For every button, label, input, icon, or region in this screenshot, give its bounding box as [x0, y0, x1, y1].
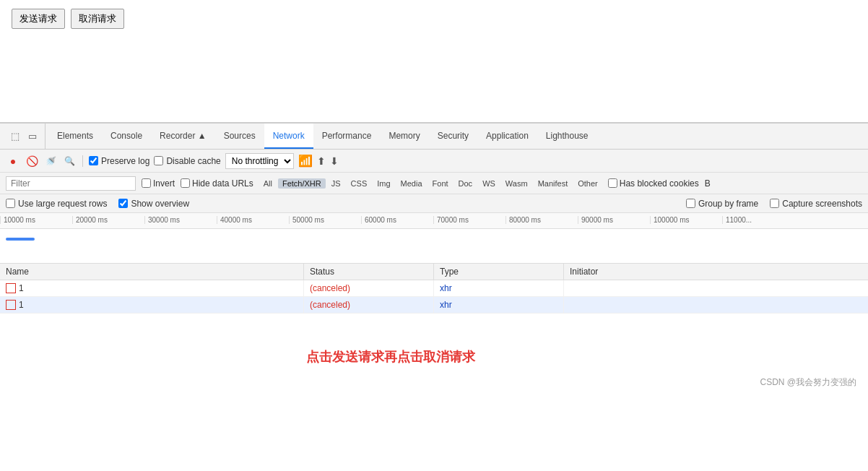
tab-security[interactable]: Security — [429, 124, 477, 149]
row1-status: (canceled) — [304, 280, 434, 296]
upload-icon[interactable]: ⬆ — [317, 155, 326, 167]
row1-name: 1 — [0, 280, 304, 296]
search-button[interactable]: 🔍 — [62, 154, 77, 168]
row2-type: xhr — [434, 297, 564, 313]
header-type[interactable]: Type — [434, 264, 564, 280]
ruler-mark-1: 20000 ms — [72, 216, 144, 224]
filter-other[interactable]: Other — [573, 178, 602, 189]
capture-screenshots-option[interactable]: Capture screenshots — [770, 199, 862, 209]
large-rows-option[interactable]: Use large request rows — [6, 199, 107, 209]
ruler-mark-6: 70000 ms — [433, 216, 505, 224]
row1-type: xhr — [434, 280, 564, 296]
record-button[interactable]: ● — [6, 154, 20, 168]
header-status[interactable]: Status — [304, 264, 434, 280]
tab-recorder[interactable]: Recorder ▲ — [151, 124, 215, 149]
throttle-select[interactable]: No throttling — [225, 153, 294, 169]
options-left: Use large request rows Show overview — [6, 199, 189, 209]
tab-performance[interactable]: Performance — [313, 124, 381, 149]
filter-input[interactable] — [6, 176, 136, 191]
options-right: Group by frame Capture screenshots — [686, 199, 862, 209]
options-row: Use large request rows Show overview Gro… — [0, 194, 868, 213]
page-area: 发送请求 取消请求 — [0, 0, 868, 123]
hide-data-urls-checkbox[interactable]: Hide data URLs — [181, 178, 253, 189]
filter-manifest[interactable]: Manifest — [534, 178, 573, 189]
table-row[interactable]: 1 (canceled) xhr — [0, 280, 868, 297]
disable-cache-checkbox[interactable]: Disable cache — [154, 156, 220, 166]
filter-img[interactable]: Img — [373, 178, 394, 189]
timeline-area: 10000 ms 20000 ms 30000 ms 40000 ms 5000… — [0, 213, 868, 264]
filter-wasm[interactable]: Wasm — [501, 178, 532, 189]
show-overview-option[interactable]: Show overview — [118, 199, 189, 209]
ruler-mark-9: 100000 ms — [650, 216, 722, 224]
stop-recording-button[interactable]: 🚫 — [25, 154, 39, 168]
tab-console[interactable]: Console — [102, 124, 151, 149]
timeline-bar — [6, 238, 35, 241]
invert-checkbox[interactable]: Invert — [142, 178, 175, 189]
filter-js[interactable]: JS — [327, 178, 345, 189]
ruler-mark-4: 50000 ms — [289, 216, 361, 224]
group-by-frame-option[interactable]: Group by frame — [686, 199, 758, 209]
table-header: Name Status Type Initiator — [0, 264, 868, 280]
ruler-mark-5: 60000 ms — [361, 216, 433, 224]
row1-checkbox[interactable] — [6, 283, 16, 293]
ruler-mark-0: 10000 ms — [0, 216, 72, 224]
devtools-tab-bar: ⬚ ▭ Elements Console Recorder ▲ Sources … — [0, 124, 868, 150]
ruler-mark-8: 90000 ms — [578, 216, 650, 224]
b-label: B — [705, 178, 711, 189]
ruler-mark-10: 11000... — [722, 216, 794, 224]
row2-name: 1 — [0, 297, 304, 313]
watermark-area: 点击发送请求再点击取消请求 CSDN @我会努力变强的 — [0, 314, 868, 400]
header-name[interactable]: Name — [0, 264, 304, 280]
table-row[interactable]: 1 (canceled) xhr — [0, 297, 868, 314]
filter-media[interactable]: Media — [396, 178, 427, 189]
cancel-request-button[interactable]: 取消请求 — [71, 9, 124, 29]
inspect-icon[interactable]: ⬚ — [9, 130, 22, 143]
header-initiator[interactable]: Initiator — [564, 264, 868, 280]
wifi-icon[interactable]: 📶 — [298, 154, 313, 168]
ruler-mark-7: 80000 ms — [505, 216, 578, 224]
tab-network[interactable]: Network — [264, 124, 313, 149]
tab-lighthouse[interactable]: Lighthouse — [537, 124, 597, 149]
send-request-button[interactable]: 发送请求 — [12, 9, 65, 29]
has-blocked-checkbox[interactable] — [608, 178, 617, 188]
filter-bar: Invert Hide data URLs All Fetch/XHR JS C… — [0, 173, 868, 194]
filter-types: All Fetch/XHR JS CSS Img Media Font Doc … — [259, 178, 602, 189]
tab-sources[interactable]: Sources — [215, 124, 264, 149]
toolbar-divider-1 — [82, 155, 83, 167]
device-icon[interactable]: ▭ — [26, 130, 39, 143]
row2-checkbox[interactable] — [6, 300, 16, 310]
timeline-content — [0, 229, 868, 264]
preserve-log-checkbox[interactable]: Preserve log — [89, 156, 149, 166]
watermark-text: CSDN @我会努力变强的 — [760, 376, 856, 389]
devtools-panel: ⬚ ▭ Elements Console Recorder ▲ Sources … — [0, 123, 868, 471]
clear-button[interactable]: 🚿 — [43, 154, 58, 168]
filter-font[interactable]: Font — [428, 178, 453, 189]
has-blocked-section: Has blocked cookies — [608, 178, 699, 189]
tab-application[interactable]: Application — [477, 124, 537, 149]
filter-all[interactable]: All — [259, 178, 277, 189]
devtools-icons-group: ⬚ ▭ — [3, 124, 45, 149]
filter-ws[interactable]: WS — [478, 178, 500, 189]
page-buttons: 发送请求 取消请求 — [12, 9, 856, 29]
center-instruction-text: 点击发送请求再点击取消请求 — [306, 348, 475, 366]
download-icon[interactable]: ⬇ — [330, 155, 339, 167]
ruler-mark-3: 40000 ms — [217, 216, 289, 224]
network-toolbar: ● 🚫 🚿 🔍 Preserve log Disable cache No th… — [0, 150, 868, 173]
filter-doc[interactable]: Doc — [454, 178, 477, 189]
filter-fetch-xhr[interactable]: Fetch/XHR — [278, 178, 326, 189]
network-table[interactable]: Name Status Type Initiator 1 (canceled) … — [0, 264, 868, 471]
tab-elements[interactable]: Elements — [48, 124, 102, 149]
row1-initiator — [564, 280, 868, 296]
row2-initiator — [564, 297, 868, 313]
ruler-mark-2: 30000 ms — [144, 216, 217, 224]
tab-memory[interactable]: Memory — [380, 124, 428, 149]
row2-status: (canceled) — [304, 297, 434, 313]
timeline-ruler: 10000 ms 20000 ms 30000 ms 40000 ms 5000… — [0, 213, 868, 229]
filter-css[interactable]: CSS — [347, 178, 372, 189]
